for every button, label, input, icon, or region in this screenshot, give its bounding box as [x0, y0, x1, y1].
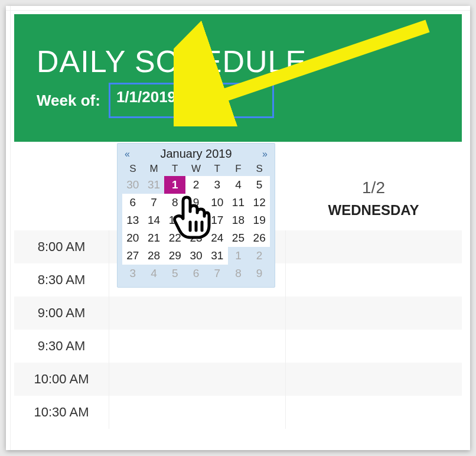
- datepicker-day[interactable]: 6: [185, 265, 207, 282]
- datepicker-day[interactable]: 6: [122, 194, 144, 211]
- schedule-header: DAILY SCHEDULE Week of: 1/1/2019: [14, 14, 462, 142]
- datepicker-day[interactable]: 7: [144, 194, 165, 211]
- schedule-cell[interactable]: [109, 297, 285, 330]
- time-row: 9:00 AM: [14, 297, 462, 330]
- datepicker-day[interactable]: 11: [228, 194, 249, 211]
- weekof-label: Week of:: [37, 92, 100, 110]
- datepicker-day[interactable]: 24: [207, 229, 228, 247]
- schedule-cell[interactable]: [285, 263, 462, 297]
- datepicker-day[interactable]: 1: [164, 176, 185, 194]
- datepicker-weekday: S: [122, 162, 144, 176]
- schedule-cell[interactable]: [285, 297, 462, 330]
- weekof-date-value: 1/1/2019: [116, 88, 176, 106]
- weekof-date-input[interactable]: 1/1/2019: [109, 83, 274, 118]
- datepicker-next-button[interactable]: »: [262, 149, 268, 159]
- datepicker-day[interactable]: 22: [164, 229, 185, 247]
- datepicker-weekdays: SMTWTFS: [122, 162, 270, 176]
- datepicker-day[interactable]: 25: [228, 229, 249, 247]
- time-row: 9:30 AM: [14, 330, 462, 363]
- datepicker-day[interactable]: 23: [185, 229, 207, 247]
- datepicker-day[interactable]: 19: [249, 211, 270, 229]
- text-caret: [177, 90, 178, 106]
- datepicker-day[interactable]: 3: [207, 176, 228, 194]
- schedule-cell[interactable]: [285, 396, 462, 429]
- weekof-row: Week of: 1/1/2019: [37, 83, 439, 118]
- datepicker-day[interactable]: 30: [122, 176, 144, 194]
- spreadsheet-canvas: DAILY SCHEDULE Week of: 1/1/2019 1/2 WED…: [6, 6, 470, 450]
- datepicker-days: 3031123456789101112131415161718192021222…: [122, 176, 270, 282]
- datepicker-day[interactable]: 12: [249, 194, 270, 211]
- datepicker-day[interactable]: 21: [144, 229, 165, 247]
- datepicker-day[interactable]: 5: [164, 265, 185, 282]
- day-column-wed: 1/2 WEDNESDAY: [285, 142, 462, 230]
- datepicker-day[interactable]: 17: [207, 211, 228, 229]
- schedule-cell[interactable]: [285, 230, 462, 263]
- datepicker-day[interactable]: 8: [228, 265, 249, 282]
- datepicker-day[interactable]: 20: [122, 229, 144, 247]
- datepicker-day[interactable]: 9: [249, 265, 270, 282]
- time-label: 9:30 AM: [14, 338, 109, 354]
- schedule-cell[interactable]: [285, 363, 462, 396]
- datepicker-weekday: W: [185, 162, 207, 176]
- datepicker-prev-button[interactable]: «: [125, 149, 130, 159]
- datepicker-day[interactable]: 10: [207, 194, 228, 211]
- datepicker-weekday: M: [144, 162, 165, 176]
- grid-edge-left: [6, 6, 11, 450]
- datepicker-day[interactable]: 8: [164, 194, 185, 211]
- datepicker-day[interactable]: 15: [164, 211, 185, 229]
- time-col-spacer: [14, 142, 109, 230]
- time-row: 10:30 AM: [14, 396, 462, 429]
- datepicker-day[interactable]: 28: [144, 247, 165, 265]
- datepicker-day[interactable]: 30: [185, 247, 207, 265]
- schedule-cell[interactable]: [109, 363, 285, 396]
- datepicker-day[interactable]: 29: [164, 247, 185, 265]
- time-row: 10:00 AM: [14, 363, 462, 396]
- time-label: 9:00 AM: [14, 305, 109, 321]
- time-label: 10:00 AM: [14, 372, 109, 387]
- datepicker-weekday: F: [228, 162, 249, 176]
- schedule-cell[interactable]: [285, 330, 462, 363]
- day-column-date: 1/2: [285, 178, 462, 197]
- datepicker-day[interactable]: 2: [249, 247, 270, 265]
- datepicker-day[interactable]: 2: [185, 176, 207, 194]
- datepicker-weekday: S: [249, 162, 270, 176]
- page-title: DAILY SCHEDULE: [37, 44, 439, 79]
- datepicker-day[interactable]: 18: [228, 211, 249, 229]
- datepicker-day[interactable]: 13: [122, 211, 144, 229]
- time-label: 8:30 AM: [14, 272, 109, 288]
- day-column-name: WEDNESDAY: [285, 202, 462, 219]
- schedule-cell[interactable]: [109, 330, 285, 363]
- datepicker-day[interactable]: 7: [207, 265, 228, 282]
- datepicker-day[interactable]: 14: [144, 211, 165, 229]
- datepicker-day[interactable]: 5: [249, 176, 270, 194]
- time-label: 10:30 AM: [14, 405, 109, 420]
- datepicker-header: « January 2019 »: [122, 147, 270, 162]
- grid-edge-top: [6, 6, 470, 11]
- datepicker-day[interactable]: 1: [228, 247, 249, 265]
- datepicker-day[interactable]: 4: [228, 176, 249, 194]
- time-label: 8:00 AM: [14, 239, 109, 255]
- datepicker-day[interactable]: 4: [144, 265, 165, 282]
- datepicker-day[interactable]: 27: [122, 247, 144, 265]
- datepicker-month-label[interactable]: January 2019: [160, 147, 232, 161]
- datepicker-day[interactable]: 3: [122, 265, 144, 282]
- datepicker-popup: « January 2019 » SMTWTFS 303112345678910…: [117, 143, 275, 288]
- datepicker-day[interactable]: 26: [249, 229, 270, 247]
- datepicker-day[interactable]: 16: [185, 211, 207, 229]
- datepicker-day[interactable]: 31: [207, 247, 228, 265]
- datepicker-weekday: T: [164, 162, 185, 176]
- datepicker-weekday: T: [207, 162, 228, 176]
- schedule-cell[interactable]: [109, 396, 285, 429]
- datepicker-day[interactable]: 9: [185, 194, 207, 211]
- datepicker-day[interactable]: 31: [144, 176, 165, 194]
